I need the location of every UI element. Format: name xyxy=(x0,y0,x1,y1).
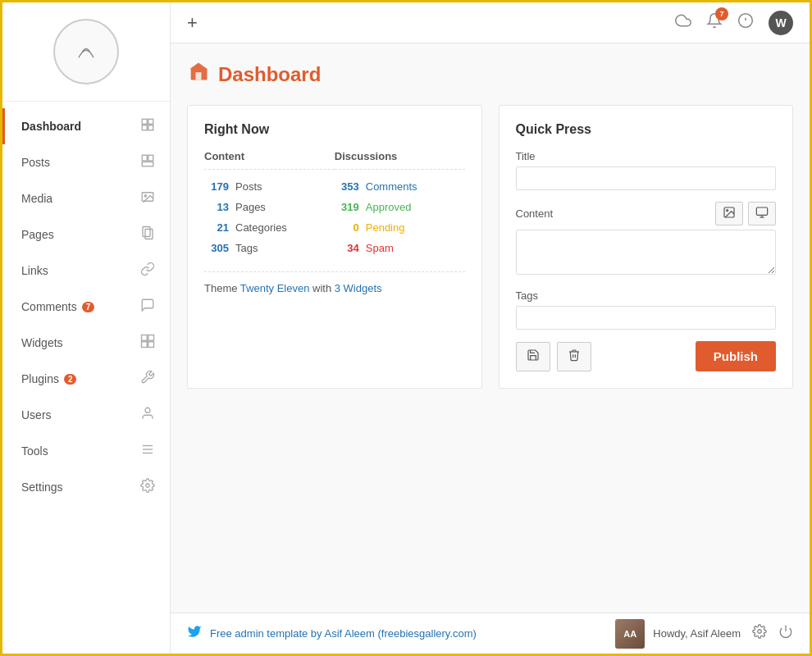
theme-name-link[interactable]: Twenty Eleven xyxy=(240,282,310,294)
alerts-icon[interactable] xyxy=(737,12,754,33)
twitter-icon xyxy=(187,624,202,643)
sidebar-item-users[interactable]: Users xyxy=(2,397,170,433)
tools-icon xyxy=(140,442,155,460)
svg-point-25 xyxy=(727,210,728,212)
spam-link[interactable]: Spam xyxy=(366,242,394,254)
footer-avatar-img: AA xyxy=(615,619,645,649)
page-header: Dashboard xyxy=(187,60,793,89)
right-now-widget: Right Now Content 179 Posts 13 Pages xyxy=(187,105,482,389)
qp-tags-label: Tags xyxy=(516,289,777,302)
approved-count: 319 xyxy=(335,201,359,213)
sidebar-item-pages[interactable]: Pages xyxy=(2,216,170,253)
svg-point-29 xyxy=(758,630,762,634)
publish-button[interactable]: Publish xyxy=(696,341,776,371)
plugins-icon xyxy=(140,370,155,388)
quick-press-widget: Quick Press Title Content xyxy=(499,105,794,389)
rn-posts-row: 179 Posts xyxy=(204,176,335,197)
qp-content-input[interactable] xyxy=(516,230,777,275)
svg-rect-13 xyxy=(142,342,148,348)
footer-gear-icon[interactable] xyxy=(752,624,767,643)
svg-rect-5 xyxy=(148,155,153,161)
svg-rect-6 xyxy=(142,162,153,166)
svg-point-15 xyxy=(145,408,150,412)
theme-text: Theme xyxy=(204,282,240,294)
footer-username: Howdy, Asif Aleem xyxy=(653,627,741,640)
cloud-icon[interactable] xyxy=(675,12,691,33)
approved-link[interactable]: Approved xyxy=(366,201,412,213)
delete-button[interactable] xyxy=(557,342,591,371)
svg-rect-0 xyxy=(142,119,147,124)
sidebar-item-settings[interactable]: Settings xyxy=(2,469,170,505)
footer-avatar: AA xyxy=(615,619,645,649)
topbar-left: + xyxy=(187,12,198,34)
sidebar-item-tools[interactable]: Tools xyxy=(2,433,170,469)
topbar-right: 7 W xyxy=(675,11,793,35)
rn-categories-row: 21 Categories xyxy=(204,217,335,238)
footer: Free admin template by Asif Aleem (freeb… xyxy=(171,613,810,654)
categories-count: 21 xyxy=(204,221,229,234)
tags-label: Tags xyxy=(235,242,258,254)
footer-power-icon[interactable] xyxy=(778,624,793,643)
right-now-title: Right Now xyxy=(204,122,465,137)
qp-image-btn[interactable] xyxy=(715,202,743,226)
sidebar-item-media[interactable]: Media xyxy=(2,180,170,216)
sidebar-item-plugins[interactable]: Plugins 2 xyxy=(2,361,170,397)
plugins-badge: 2 xyxy=(64,374,77,385)
svg-rect-3 xyxy=(148,125,153,130)
footer-credit-link[interactable]: Free admin template by Asif Aleem (freeb… xyxy=(210,627,477,640)
svg-rect-1 xyxy=(148,119,153,124)
svg-rect-26 xyxy=(756,207,767,215)
sidebar-item-links[interactable]: Links xyxy=(2,253,170,289)
comments-link[interactable]: Comments xyxy=(366,180,417,193)
sidebar-item-posts[interactable]: Posts xyxy=(2,144,170,180)
comments-badge: 7 xyxy=(82,302,95,312)
widgets-row: Right Now Content 179 Posts 13 Pages xyxy=(187,105,793,389)
widgets-icon xyxy=(140,334,155,352)
save-draft-button[interactable] xyxy=(516,342,550,371)
dashboard-icon xyxy=(140,117,155,135)
discussions-header: Discussions xyxy=(335,150,465,170)
topbar: + 7 W xyxy=(171,2,810,43)
footer-left: Free admin template by Asif Aleem (freeb… xyxy=(187,624,477,643)
content-col: Content 179 Posts 13 Pages 21 xyxy=(204,150,335,258)
qp-title-input[interactable] xyxy=(516,166,777,190)
pages-icon xyxy=(140,226,155,244)
notifications-icon[interactable]: 7 xyxy=(706,12,723,33)
logo-icon xyxy=(71,37,101,66)
media-icon xyxy=(140,189,155,207)
svg-rect-12 xyxy=(148,335,154,341)
logo-circle xyxy=(53,19,119,84)
wp-icon[interactable]: W xyxy=(769,11,793,35)
sidebar-logo xyxy=(2,2,170,102)
add-button[interactable]: + xyxy=(187,12,198,34)
pages-label: Pages xyxy=(235,201,266,213)
theme-info: Theme Twenty Eleven with 3 Widgets xyxy=(204,271,465,294)
svg-rect-14 xyxy=(148,342,154,348)
sidebar-item-comments[interactable]: Comments 7 xyxy=(2,289,170,325)
spam-count: 34 xyxy=(335,242,359,254)
pending-count: 0 xyxy=(335,221,359,234)
svg-point-19 xyxy=(146,484,150,488)
notifications-badge: 7 xyxy=(715,7,728,20)
qp-content-label: Content xyxy=(516,207,554,220)
pending-link[interactable]: Pending xyxy=(366,221,405,234)
posts-label: Posts xyxy=(235,180,262,193)
sidebar: Dashboard Posts Media Page xyxy=(2,2,171,654)
sidebar-item-dashboard[interactable]: Dashboard xyxy=(2,108,170,144)
svg-rect-23 xyxy=(196,72,202,80)
qp-media-btn[interactable] xyxy=(748,202,776,226)
widgets-link[interactable]: 3 Widgets xyxy=(335,282,382,294)
qp-content-toolbar xyxy=(715,202,776,226)
quick-press-title: Quick Press xyxy=(516,122,777,137)
discussions-col: Discussions 353 Comments 319 Approved 0 xyxy=(335,150,465,258)
posts-icon xyxy=(140,153,155,171)
rn-approved-row: 319 Approved xyxy=(335,197,465,217)
sidebar-item-widgets[interactable]: Widgets xyxy=(2,325,170,361)
rn-tags-row: 305 Tags xyxy=(204,238,335,258)
svg-rect-11 xyxy=(142,335,148,341)
categories-label: Categories xyxy=(235,221,287,234)
svg-rect-4 xyxy=(142,155,147,161)
page-title: Dashboard xyxy=(218,63,321,86)
tags-count: 305 xyxy=(204,242,229,254)
qp-tags-input[interactable] xyxy=(516,306,777,330)
